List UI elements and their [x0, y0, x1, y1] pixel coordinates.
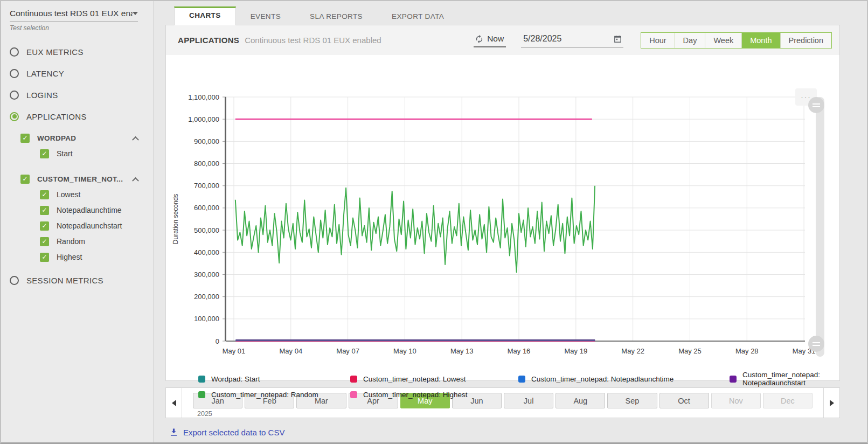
chevron-down-icon: [133, 12, 138, 15]
svg-text:500,000: 500,000: [194, 226, 219, 234]
sidebar-radio-latency[interactable]: LATENCY: [10, 68, 145, 78]
legend-label: Wordpad: Start: [211, 375, 260, 383]
sidebar-radio-label: LOGINS: [26, 91, 58, 100]
test-selection-dropdown[interactable]: Continuous test RDS 01 EUX ena...: [10, 9, 138, 22]
svg-text:800,000: 800,000: [194, 159, 219, 168]
app-window: Continuous test RDS 01 EUX ena... Test s…: [0, 0, 868, 444]
tab-sla-reports[interactable]: SLA REPORTS: [295, 6, 377, 25]
legend-color-swatch: [518, 376, 525, 383]
range-button-month[interactable]: Month: [741, 33, 780, 48]
chevron-up-icon[interactable]: [132, 177, 139, 184]
export-csv-label: Export selected data to CSV: [183, 428, 284, 437]
sidebar-radio-label: LATENCY: [26, 69, 64, 78]
svg-text:May 19: May 19: [565, 347, 588, 355]
tab-export-data[interactable]: EXPORT DATA: [377, 6, 459, 25]
legend-label: Custom_timer_notepad: Highest: [363, 391, 468, 399]
checkbox-checked-icon[interactable]: ✓: [20, 175, 30, 184]
sidebar-group-custom-timer-not-[interactable]: ✓ CUSTOM_TIMER_NOT...: [20, 174, 138, 184]
slider-handle-bottom[interactable]: [808, 336, 824, 352]
vertical-zoom-slider-track[interactable]: [816, 97, 824, 357]
refresh-now-button[interactable]: Now: [474, 33, 506, 47]
page-subtitle: Continuous test RDS 01 EUX enabled: [245, 36, 381, 45]
timeline-year: 2025: [197, 410, 813, 418]
sidebar-group-wordpad[interactable]: ✓ WORDPAD: [20, 133, 138, 143]
legend-color-swatch: [198, 376, 205, 383]
tab-bar: CHARTSEVENTSSLA REPORTSEXPORT DATA: [165, 6, 840, 25]
date-picker-value: 5/28/2025: [523, 34, 561, 44]
charts-panel: APPLICATIONS Continuous test RDS 01 EUX …: [165, 25, 840, 381]
legend-item[interactable]: Custom_timer_notepad: Lowest: [350, 371, 518, 387]
sidebar-metric-notepadlaunchtime[interactable]: ✓ Notepadlaunchtime: [40, 205, 145, 215]
checkbox-checked-icon[interactable]: ✓: [40, 253, 49, 262]
sidebar-radio-label: APPLICATIONS: [26, 112, 87, 121]
sidebar-metric-label: Notepadlaunchtime: [57, 206, 122, 214]
checkbox-checked-icon[interactable]: ✓: [40, 237, 49, 246]
svg-text:May 28: May 28: [735, 347, 759, 355]
sidebar-group-label: WORDPAD: [37, 134, 76, 142]
arrow-right-icon: [830, 400, 834, 406]
svg-text:May 10: May 10: [393, 347, 416, 355]
sidebar-radio-eux-metrics[interactable]: EUX METRICS: [10, 47, 145, 57]
export-csv-link[interactable]: Export selected data to CSV: [169, 427, 840, 438]
legend-color-swatch: [198, 391, 205, 398]
sidebar-radio-session-metrics[interactable]: SESSION METRICS: [10, 275, 145, 285]
sidebar-metric-notepadlaunchstart[interactable]: ✓ Notepadlaunchstart: [40, 221, 145, 231]
svg-text:200,000: 200,000: [194, 293, 219, 301]
checkbox-checked-icon[interactable]: ✓: [40, 149, 49, 158]
sidebar-metric-random[interactable]: ✓ Random: [40, 237, 145, 246]
svg-text:May 01: May 01: [223, 347, 246, 355]
checkbox-checked-icon[interactable]: ✓: [40, 190, 49, 199]
timeline-prev-button[interactable]: [166, 388, 182, 418]
chart-header: APPLICATIONS Continuous test RDS 01 EUX …: [166, 25, 839, 55]
arrow-left-icon: [172, 400, 176, 406]
download-icon: [169, 427, 179, 438]
test-selection-label: Test selection: [10, 24, 145, 32]
tab-events[interactable]: EVENTS: [236, 6, 295, 25]
legend-item[interactable]: Custom_timer_notepad: Highest: [350, 391, 518, 399]
legend-color-swatch: [730, 376, 737, 383]
chevron-up-icon[interactable]: [132, 136, 139, 143]
sidebar-metric-lowest[interactable]: ✓ Lowest: [40, 190, 145, 199]
sidebar-metric-highest[interactable]: ✓ Highest: [40, 252, 145, 262]
svg-text:700,000: 700,000: [194, 182, 219, 190]
range-button-day[interactable]: Day: [675, 33, 705, 48]
legend-item[interactable]: Custom_timer_notepad: Random: [198, 391, 350, 399]
radio-icon: [10, 112, 19, 121]
date-picker-field[interactable]: 5/28/2025: [521, 33, 623, 47]
sidebar-metric-start[interactable]: ✓ Start: [40, 149, 145, 158]
legend-color-swatch: [350, 376, 357, 383]
svg-text:May 04: May 04: [279, 347, 302, 355]
range-button-hour[interactable]: Hour: [641, 33, 674, 48]
legend-color-swatch: [350, 391, 357, 398]
range-button-week[interactable]: Week: [705, 33, 741, 48]
legend-item[interactable]: Custom_timer_notepad: Notepadlaunchtime: [518, 371, 730, 387]
slider-handle-top[interactable]: [808, 97, 824, 113]
test-selection-value: Continuous test RDS 01 EUX ena...: [10, 9, 133, 18]
sidebar-radio-logins[interactable]: LOGINS: [10, 90, 145, 100]
checkbox-checked-icon[interactable]: ✓: [40, 221, 49, 231]
sidebar-metric-label: Random: [57, 237, 85, 246]
checkbox-checked-icon[interactable]: ✓: [20, 134, 30, 143]
svg-text:0: 0: [216, 337, 219, 345]
sidebar-radio-applications[interactable]: APPLICATIONS: [10, 112, 145, 121]
range-button-prediction[interactable]: Prediction: [780, 33, 831, 48]
radio-icon: [10, 276, 19, 285]
legend-item[interactable]: Custom_timer_notepad: Notepadlaunchstart: [730, 371, 839, 387]
main-area: CHARTSEVENTSSLA REPORTSEXPORT DATA APPLI…: [154, 1, 868, 442]
legend-item[interactable]: Wordpad: Start: [198, 371, 350, 387]
svg-text:100,000: 100,000: [194, 315, 219, 323]
svg-text:900,000: 900,000: [194, 137, 219, 145]
sidebar-metric-label: Highest: [57, 253, 82, 261]
legend-label: Custom_timer_notepad: Random: [211, 391, 318, 399]
page-title: APPLICATIONS: [178, 36, 239, 45]
sidebar-metric-label: Notepadlaunchstart: [57, 221, 122, 230]
svg-text:400,000: 400,000: [194, 248, 219, 256]
radio-icon: [10, 69, 19, 78]
refresh-icon: [475, 34, 484, 44]
svg-text:Duration seconds: Duration seconds: [172, 194, 179, 244]
sidebar-metric-label: Lowest: [57, 190, 80, 199]
chart-legend: Wordpad: Start Custom_timer_notepad: Low…: [198, 371, 839, 399]
range-button-group: HourDayWeekMonthPrediction: [641, 32, 832, 48]
tab-charts[interactable]: CHARTS: [174, 6, 236, 25]
checkbox-checked-icon[interactable]: ✓: [40, 206, 49, 215]
